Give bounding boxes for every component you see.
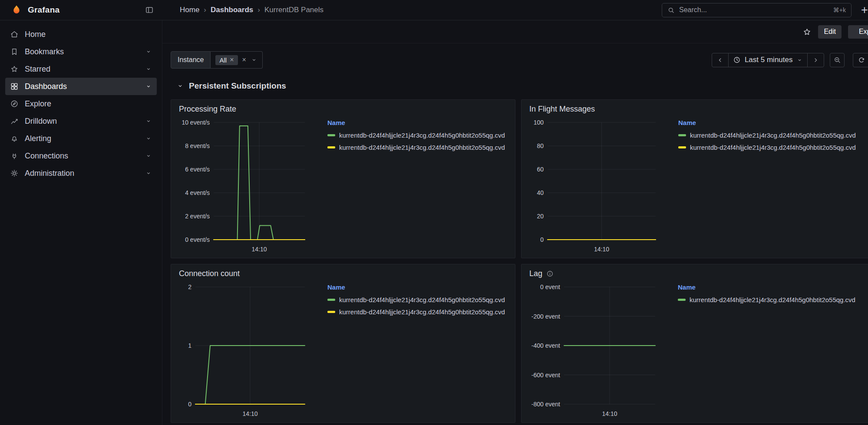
sidebar-item-label: Administration xyxy=(25,169,74,178)
breadcrumb: Home › Dashboards › KurrentDB Panels xyxy=(180,6,323,14)
zoom-out-button[interactable] xyxy=(830,53,845,67)
sidebar-item-label: Home xyxy=(25,30,46,39)
legend: Name kurrentdb-d24f4hljjcle21j4r3cg.d24f… xyxy=(327,115,507,257)
refresh-icon xyxy=(858,56,865,64)
legend: Name kurrentdb-d24f4hljjcle21j4r3cg.d24f… xyxy=(678,115,863,257)
row-persistent-subscriptions[interactable]: Persistent Subscriptions xyxy=(176,81,868,91)
sidebar-item-label: Explore xyxy=(25,99,51,109)
svg-text:6 event/s: 6 event/s xyxy=(185,166,210,173)
timeseries-chart[interactable]: 01214:10 xyxy=(179,280,309,422)
svg-text:2: 2 xyxy=(188,283,191,290)
favorite-button[interactable] xyxy=(802,27,812,36)
dashboard-toolbar: Edit Export xyxy=(162,20,868,43)
legend-name-header[interactable]: Name xyxy=(678,283,863,291)
star-icon xyxy=(10,65,19,73)
chevron-down-icon xyxy=(145,135,152,142)
sidebar-item-connections[interactable]: Connections xyxy=(5,147,157,165)
sidebar-item-alerting[interactable]: Alerting xyxy=(5,130,157,147)
svg-text:20: 20 xyxy=(537,213,544,220)
svg-text:2 event/s: 2 event/s xyxy=(185,213,210,220)
clock-icon xyxy=(733,56,741,64)
panel-connection-count: Connection count 01214:10 Name kurrentdb… xyxy=(171,264,515,423)
search-input[interactable]: Search... ⌘+k xyxy=(662,3,851,17)
section-collapse-icon xyxy=(176,82,184,90)
sidebar-item-drilldown[interactable]: Drilldown xyxy=(5,112,157,130)
legend-item[interactable]: kurrentdb-d24f4hljjcle21j4r3cg.d24f4h5g0… xyxy=(327,293,507,306)
variable-value[interactable]: All × × xyxy=(211,51,262,69)
timeseries-chart[interactable]: 0 event/s2 event/s4 event/s6 event/s8 ev… xyxy=(179,115,309,257)
edit-button[interactable]: Edit xyxy=(818,25,842,39)
chevron-down-icon xyxy=(145,152,152,159)
legend-item[interactable]: kurrentdb-d24f4hljjcle21j4r3cg.d24f4h5g0… xyxy=(327,129,507,141)
dock-sidebar-button[interactable] xyxy=(145,6,154,14)
sidebar-item-label: Drilldown xyxy=(25,117,57,126)
panel-title[interactable]: Connection count xyxy=(179,269,240,278)
legend-item[interactable]: kurrentdb-d24f4hljjcle21j4r3cg.d24f4h5g0… xyxy=(678,129,863,141)
breadcrumb-dashboards[interactable]: Dashboards xyxy=(211,6,253,14)
sidebar-item-dashboards[interactable]: Dashboards xyxy=(5,78,157,95)
sidebar-item-label: Dashboards xyxy=(25,82,67,91)
bell-icon xyxy=(10,134,19,143)
add-button[interactable]: + xyxy=(858,4,868,16)
legend-name-header[interactable]: Name xyxy=(327,119,507,126)
panel-lag: Lag 0 event-200 event-400 event-600 even… xyxy=(521,264,868,423)
export-button[interactable]: Export xyxy=(848,25,868,39)
sidebar: Home Bookmarks Starred Dashboards Explor… xyxy=(0,20,162,425)
bookmark-icon xyxy=(10,47,19,56)
svg-text:0: 0 xyxy=(540,236,544,243)
remove-chip-icon[interactable]: × xyxy=(230,56,234,63)
instance-variable-picker[interactable]: Instance All × × xyxy=(171,51,263,69)
sidebar-item-administration[interactable]: Administration xyxy=(5,165,157,182)
breadcrumb-home[interactable]: Home xyxy=(180,6,199,14)
info-icon[interactable] xyxy=(546,270,554,277)
legend-name-header[interactable]: Name xyxy=(678,119,863,126)
sidebar-item-starred[interactable]: Starred xyxy=(5,60,157,78)
svg-text:1: 1 xyxy=(188,342,191,349)
legend-name-header[interactable]: Name xyxy=(327,283,507,291)
series-color-icon xyxy=(327,146,335,148)
chevron-down-icon xyxy=(145,170,152,177)
sidebar-item-home[interactable]: Home xyxy=(5,26,157,43)
series-color-icon xyxy=(327,134,335,136)
legend-item[interactable]: kurrentdb-d24f4hljjcle21j4r3cg.d24f4h5g0… xyxy=(327,141,507,153)
legend-item[interactable]: kurrentdb-d24f4hljjcle21j4r3cg.d24f4h5g0… xyxy=(678,293,863,306)
dashboards-grid-icon xyxy=(10,82,19,91)
compass-icon xyxy=(10,99,19,108)
brand-title: Grafana xyxy=(28,5,59,15)
chevron-down-icon xyxy=(796,57,803,63)
clear-filter-icon[interactable]: × xyxy=(242,56,246,63)
svg-text:-400 event: -400 event xyxy=(531,342,560,349)
grafana-logo-icon[interactable] xyxy=(11,4,22,16)
legend-item[interactable]: kurrentdb-d24f4hljjcle21j4r3cg.d24f4h5g0… xyxy=(678,141,863,153)
breadcrumb-separator: › xyxy=(257,6,260,14)
svg-text:40: 40 xyxy=(537,189,544,196)
panel-title[interactable]: Lag xyxy=(529,269,542,278)
panel-toggle-icon xyxy=(145,6,154,14)
search-placeholder: Search... xyxy=(679,6,829,14)
timeseries-chart[interactable]: 02040608010014:10 xyxy=(529,115,660,257)
time-shift-back-button[interactable] xyxy=(712,53,729,67)
timeseries-chart[interactable]: 0 event-200 event-400 event-600 event-80… xyxy=(529,280,660,422)
panel-title[interactable]: In Flight Messages xyxy=(529,105,595,114)
series-color-icon xyxy=(678,299,686,301)
sidebar-item-bookmarks[interactable]: Bookmarks xyxy=(5,43,157,60)
time-range-label: Last 5 minutes xyxy=(745,56,793,64)
filter-chip-all[interactable]: All × xyxy=(215,55,238,65)
legend-item[interactable]: kurrentdb-d24f4hljjcle21j4r3cg.d24f4h5g0… xyxy=(327,306,507,318)
legend: Name kurrentdb-d24f4hljjcle21j4r3cg.d24f… xyxy=(678,280,863,422)
search-icon xyxy=(667,7,675,14)
sidebar-item-label: Starred xyxy=(25,65,50,74)
plug-icon xyxy=(10,152,19,160)
time-shift-forward-button[interactable] xyxy=(807,53,824,67)
refresh-button[interactable]: Refresh xyxy=(853,53,868,67)
panel-title[interactable]: Processing Rate xyxy=(179,105,236,114)
svg-text:14:10: 14:10 xyxy=(602,410,617,417)
svg-text:8 event/s: 8 event/s xyxy=(185,142,210,149)
time-range-picker-button[interactable]: Last 5 minutes xyxy=(728,53,808,67)
series-color-icon xyxy=(678,146,686,148)
svg-text:80: 80 xyxy=(537,142,544,149)
sidebar-item-explore[interactable]: Explore xyxy=(5,95,157,112)
series-color-icon xyxy=(327,311,335,313)
svg-text:14:10: 14:10 xyxy=(251,246,267,253)
gear-icon xyxy=(10,169,19,178)
